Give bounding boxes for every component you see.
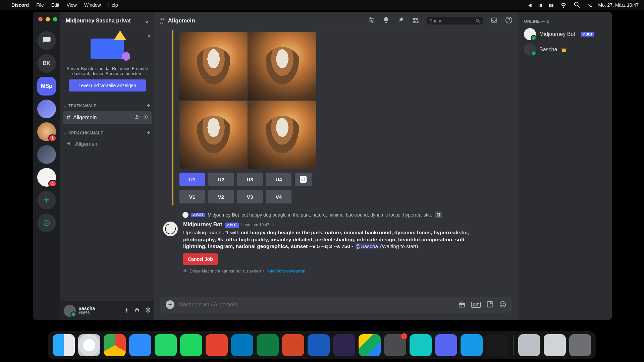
dock-todoist[interactable] — [206, 334, 228, 356]
dock-finder[interactable] — [53, 334, 75, 356]
dock-excel[interactable] — [257, 334, 279, 356]
menubar-app-name[interactable]: Discord — [11, 2, 29, 8]
menubar-item[interactable]: File — [36, 2, 44, 8]
dm-home-button[interactable] — [37, 31, 56, 50]
message-avatar[interactable] — [163, 222, 178, 236]
invite-icon[interactable] — [135, 114, 140, 121]
dock-whatsapp[interactable] — [155, 334, 177, 356]
dock-trello[interactable] — [231, 334, 253, 356]
user-mention[interactable]: @Sascha — [355, 243, 379, 249]
member-item-sascha[interactable]: Sascha 👑 — [521, 42, 608, 57]
server-button-msp[interactable]: MSp — [37, 77, 56, 96]
members-icon[interactable] — [412, 16, 419, 25]
generated-image-1[interactable] — [179, 32, 248, 100]
server-button[interactable]: 1 — [37, 122, 56, 141]
battery-icon[interactable]: ▮▮ — [548, 2, 554, 8]
dock-word[interactable] — [308, 334, 330, 356]
attach-button[interactable]: + — [166, 300, 174, 309]
window-minimize-button[interactable] — [46, 17, 50, 21]
v1-button[interactable]: V1 — [179, 190, 205, 203]
menubar-item[interactable]: Help — [108, 2, 118, 8]
v2-button[interactable]: V2 — [208, 190, 234, 203]
dock-spotify[interactable] — [180, 334, 202, 356]
help-icon[interactable] — [505, 16, 513, 25]
speaker-icon — [66, 140, 72, 148]
server-initials: BK — [43, 60, 50, 66]
server-button[interactable] — [37, 145, 56, 164]
chat-scroll[interactable]: U1 U2 U3 U4 V1 V2 V3 V4 ✔ BOT — [154, 30, 518, 293]
server-button-bk[interactable]: BK — [37, 54, 56, 73]
category-voice-channels[interactable]: ⌄ SPRACHKANÄLE + — [60, 125, 154, 138]
member-item-bot[interactable]: Midjourney Bot ✔ BOT — [521, 26, 608, 42]
image-grid[interactable] — [179, 32, 316, 169]
message-composer[interactable]: + Nachricht an #Allgemein GIF — [160, 297, 512, 313]
u2-button[interactable]: U2 — [208, 173, 234, 186]
dock-imovie[interactable] — [333, 334, 355, 356]
menubar-item[interactable]: View — [67, 2, 77, 8]
add-channel-icon[interactable]: + — [147, 129, 150, 136]
gif-button[interactable]: GIF — [471, 302, 481, 308]
voice-channel-allgemein[interactable]: Allgemein — [63, 138, 152, 150]
u3-button[interactable]: U3 — [237, 173, 263, 186]
menubar-item[interactable]: Edit — [51, 2, 59, 8]
message-author[interactable]: Midjourney Bot — [183, 221, 222, 228]
gear-icon[interactable] — [145, 307, 151, 314]
menubar-datetime[interactable]: Mo. 27. März 10:47 — [598, 2, 639, 8]
wifi-icon[interactable] — [560, 1, 567, 9]
v4-button[interactable]: V4 — [266, 190, 291, 203]
cancel-job-button[interactable]: Cancel Job — [183, 253, 218, 265]
menubar-item[interactable]: Window — [84, 2, 101, 8]
threads-icon[interactable] — [368, 16, 375, 25]
reply-reference[interactable]: ✔ BOT Midjourney Bot cut happy dog beagl… — [182, 212, 512, 218]
dock-safari[interactable] — [78, 334, 100, 356]
generated-image-3[interactable] — [179, 101, 248, 169]
control-center-icon[interactable]: ⌥ — [587, 2, 592, 8]
dock-audio-app[interactable] — [486, 334, 508, 356]
mute-icon[interactable] — [123, 307, 129, 314]
gift-icon[interactable] — [458, 301, 466, 309]
pin-icon[interactable] — [397, 16, 405, 25]
generated-image-4[interactable] — [248, 101, 316, 169]
category-text-channels[interactable]: ⌄ TEXTKANÄLE + — [60, 98, 154, 111]
server-header[interactable]: Midjourney Sascha privat ⌄ — [60, 12, 154, 30]
server-button[interactable]: 4 — [37, 168, 56, 187]
dock-quicktime[interactable] — [461, 334, 483, 356]
gear-icon[interactable] — [143, 114, 148, 121]
u4-button[interactable]: U4 — [266, 173, 291, 186]
dock-googledrive[interactable] — [359, 334, 381, 356]
generated-image-2[interactable] — [248, 32, 316, 100]
deafen-icon[interactable] — [134, 307, 140, 314]
dock-chrome[interactable] — [104, 334, 126, 356]
add-server-button[interactable]: + — [37, 191, 56, 209]
window-close-button[interactable] — [38, 17, 43, 21]
clock-extra-icon[interactable]: ◑ — [538, 2, 542, 8]
dock-discord[interactable] — [435, 334, 457, 356]
bell-icon[interactable] — [382, 16, 390, 25]
dock-trash[interactable] — [569, 334, 591, 356]
v3-button[interactable]: V3 — [237, 190, 263, 203]
emoji-icon[interactable] — [499, 301, 506, 309]
dock-recent-1[interactable] — [518, 334, 540, 356]
dock-recent-2[interactable] — [544, 334, 566, 356]
dock-powerpoint[interactable] — [282, 334, 304, 356]
dock-app-teal[interactable] — [410, 334, 432, 356]
dismiss-link[interactable]: Nachricht verwerfen — [267, 268, 306, 274]
text-channel-allgemein[interactable]: # Allgemein — [63, 111, 152, 124]
spotlight-icon[interactable] — [573, 1, 581, 9]
dock-settings[interactable] — [384, 334, 406, 356]
record-icon[interactable]: ◉ — [528, 2, 532, 8]
reroll-button[interactable] — [295, 173, 312, 186]
add-channel-icon[interactable]: + — [147, 102, 150, 109]
close-icon[interactable]: × — [147, 33, 151, 40]
boost-cta-button[interactable]: Level und Vorteile anzeigen — [69, 79, 146, 92]
boost-text: Server-Boosts sind da! Ruf deine Freunde… — [65, 66, 150, 76]
u1-button[interactable]: U1 — [179, 173, 205, 186]
sticker-icon[interactable] — [486, 301, 494, 309]
search-input[interactable]: Suche — [427, 17, 483, 24]
server-button[interactable] — [37, 100, 56, 118]
inbox-icon[interactable] — [490, 16, 498, 25]
window-zoom-button[interactable] — [53, 17, 57, 21]
explore-servers-button[interactable] — [37, 214, 56, 232]
dock-zoom[interactable] — [129, 334, 151, 356]
user-avatar[interactable] — [64, 305, 76, 317]
